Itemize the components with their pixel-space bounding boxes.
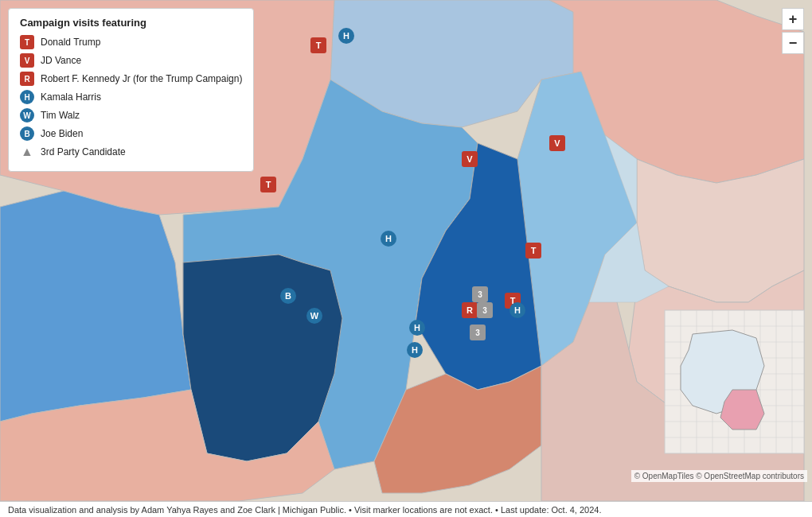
- footer-text: Data visualization and analysis by Adam …: [8, 505, 602, 515]
- trump-marker-icon: T: [20, 35, 34, 49]
- marker-trump-3[interactable]: T: [525, 243, 541, 258]
- marker-harris-4[interactable]: H: [407, 342, 423, 358]
- legend: Campaign visits featuring T Donald Trump…: [8, 8, 254, 172]
- legend-item-harris: H Kamala Harris: [20, 90, 242, 104]
- legend-item-biden: B Joe Biden: [20, 126, 242, 141]
- legend-title: Campaign visits featuring: [20, 17, 242, 29]
- marker-third-3[interactable]: 3: [470, 325, 486, 340]
- harris-marker-icon: H: [20, 90, 34, 104]
- vance-marker-icon: V: [20, 53, 34, 68]
- marker-third-1[interactable]: 3: [472, 286, 488, 302]
- map-container: Campaign visits featuring T Donald Trump…: [0, 0, 812, 501]
- marker-harris-5[interactable]: H: [509, 302, 525, 318]
- marker-rfk-1[interactable]: R: [462, 302, 478, 318]
- vance-label: JD Vance: [41, 55, 81, 66]
- biden-label: Joe Biden: [41, 128, 83, 139]
- marker-harris-1[interactable]: H: [338, 28, 354, 44]
- marker-vance-1[interactable]: V: [462, 151, 478, 167]
- legend-item-third: ▲ 3rd Party Candidate: [20, 145, 242, 159]
- walz-label: Tim Walz: [41, 110, 80, 121]
- biden-marker-icon: B: [20, 126, 34, 141]
- third-label: 3rd Party Candidate: [41, 146, 126, 157]
- walz-marker-icon: W: [20, 108, 34, 122]
- legend-item-vance: V JD Vance: [20, 53, 242, 68]
- zoom-out-button[interactable]: −: [782, 32, 804, 54]
- marker-trump-2[interactable]: T: [260, 177, 276, 192]
- legend-item-trump: T Donald Trump: [20, 35, 242, 49]
- marker-third-2[interactable]: 3: [477, 302, 493, 318]
- legend-item-rfk: R Robert F. Kennedy Jr (for the Trump Ca…: [20, 72, 242, 86]
- map-attribution: © OpenMapTiles © OpenStreetMap contribut…: [631, 470, 807, 482]
- marker-harris-2[interactable]: H: [381, 231, 396, 247]
- marker-harris-3[interactable]: H: [409, 320, 425, 336]
- rfk-label: Robert F. Kennedy Jr (for the Trump Camp…: [41, 73, 242, 84]
- zoom-in-button[interactable]: +: [782, 8, 804, 30]
- marker-vance-2[interactable]: V: [549, 135, 565, 151]
- footer: Data visualization and analysis by Adam …: [0, 501, 812, 517]
- marker-trump-1[interactable]: T: [310, 37, 326, 53]
- trump-label: Donald Trump: [41, 37, 100, 48]
- zoom-controls: + −: [782, 8, 804, 56]
- marker-biden-1[interactable]: B: [280, 288, 296, 304]
- svg-marker-4: [0, 191, 191, 422]
- legend-item-walz: W Tim Walz: [20, 108, 242, 122]
- rfk-marker-icon: R: [20, 72, 34, 86]
- marker-walz-1[interactable]: W: [306, 308, 322, 324]
- harris-label: Kamala Harris: [41, 91, 101, 103]
- third-marker-icon: ▲: [20, 145, 34, 159]
